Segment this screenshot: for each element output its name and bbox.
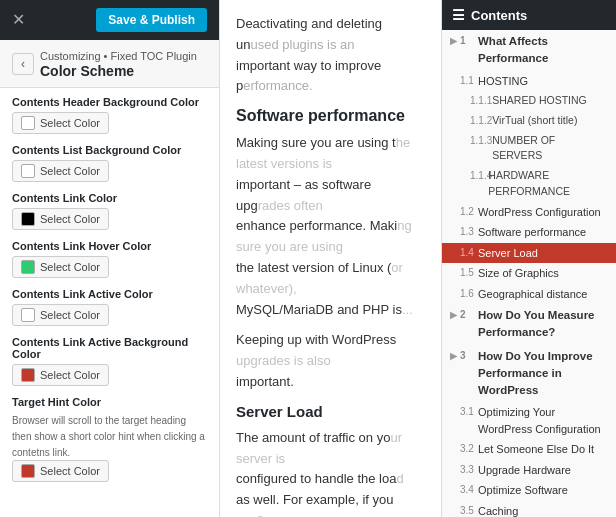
- toc-item-text: NUMBER OF SERVERS: [492, 133, 608, 165]
- color-swatch-hover: [21, 260, 35, 274]
- toc-item-text: What Affects Performance: [478, 33, 608, 68]
- color-row-active-bg: Contents Link Active Background ColorSel…: [12, 336, 207, 386]
- toc-item-text: SHARED HOSTING: [492, 93, 587, 109]
- toc-item-4[interactable]: 1.1.3NUMBER OF SERVERS: [442, 131, 616, 167]
- toc-item-2[interactable]: 1.1.1SHARED HOSTING: [442, 91, 616, 111]
- toc-item-num: 3.5: [460, 503, 478, 517]
- toc-item-13[interactable]: 3.1Optimizing Your WordPress Configurati…: [442, 402, 616, 439]
- close-button[interactable]: ✕: [12, 12, 25, 28]
- toc-item-text: Size of Graphics: [478, 265, 559, 282]
- toc-item-17[interactable]: 3.5Caching: [442, 501, 616, 517]
- heading-server-load: Server Load: [236, 403, 425, 420]
- color-swatch-target-hint: [21, 464, 35, 478]
- toc-item-text: Geographical distance: [478, 286, 587, 303]
- color-row-header-bg: Contents Header Background ColorSelect C…: [12, 96, 207, 134]
- color-label-target-hint: Target Hint Color: [12, 396, 207, 408]
- toc-item-11[interactable]: ▶2How Do You Measure Performance?: [442, 304, 616, 345]
- toc-item-num: 3.1: [460, 404, 478, 419]
- para-4: The amount of traffic on your server isc…: [236, 428, 425, 517]
- toc-expand-icon: ▶: [450, 35, 457, 49]
- toc-item-14[interactable]: 3.2Let Someone Else Do It: [442, 439, 616, 460]
- save-publish-button[interactable]: Save & Publish: [96, 8, 207, 32]
- toc-item-12[interactable]: ▶3How Do You Improve Performance in Word…: [442, 345, 616, 403]
- toc-item-10[interactable]: 1.6Geographical distance: [442, 284, 616, 305]
- color-row-hover: Contents Link Hover ColorSelect Color: [12, 240, 207, 278]
- toc-item-num: 1.5: [460, 265, 478, 280]
- left-panel: ✕ Save & Publish ‹ Customizing • Fixed T…: [0, 0, 220, 517]
- back-button[interactable]: ‹: [12, 53, 34, 75]
- color-label-active: Contents Link Active Color: [12, 288, 207, 300]
- select-color-btn-header-bg[interactable]: Select Color: [12, 112, 109, 134]
- color-hint-target-hint: Browser will scroll to the target headin…: [12, 415, 205, 458]
- toc-item-num: 1.3: [460, 224, 478, 239]
- para-2: Making sure you are using the latest ver…: [236, 133, 425, 320]
- select-color-btn-link[interactable]: Select Color: [12, 208, 109, 230]
- breadcrumb-area: ‹ Customizing • Fixed TOC Plugin Color S…: [0, 40, 219, 88]
- color-row-active: Contents Link Active ColorSelect Color: [12, 288, 207, 326]
- heading-software: Software performance: [236, 107, 425, 125]
- toc-item-num: 1.1.1: [470, 93, 492, 108]
- toc-expand-icon: ▶: [450, 350, 457, 364]
- color-label-hover: Contents Link Hover Color: [12, 240, 207, 252]
- toc-item-5[interactable]: 1.1.4HARDWARE PERFORMANCE: [442, 166, 616, 202]
- toc-list: ▶1What Affects Performance1.1HOSTING1.1.…: [442, 30, 616, 517]
- toc-item-3[interactable]: 1.1.2VirTual (short title): [442, 111, 616, 131]
- toc-item-num: 2: [460, 307, 478, 322]
- color-row-link: Contents Link ColorSelect Color: [12, 192, 207, 230]
- breadcrumb: Customizing • Fixed TOC Plugin Color Sch…: [40, 48, 197, 79]
- color-label-list-bg: Contents List Background Color: [12, 144, 207, 156]
- select-color-btn-list-bg[interactable]: Select Color: [12, 160, 109, 182]
- toc-item-num: 3.4: [460, 482, 478, 497]
- color-label-active-bg: Contents Link Active Background Color: [12, 336, 207, 360]
- toc-item-num: 1: [460, 33, 478, 48]
- toc-item-1[interactable]: 1.1HOSTING: [442, 71, 616, 92]
- toc-header: ☰ Contents: [442, 0, 616, 30]
- toc-item-7[interactable]: 1.3Software performance: [442, 222, 616, 243]
- toc-item-text: Optimize Software: [478, 482, 568, 499]
- toc-item-16[interactable]: 3.4Optimize Software: [442, 480, 616, 501]
- color-swatch-active: [21, 308, 35, 322]
- color-swatch-link: [21, 212, 35, 226]
- toc-item-text: Software performance: [478, 224, 586, 241]
- toc-icon: ☰: [452, 7, 465, 23]
- color-row-target-hint: Target Hint ColorBrowser will scroll to …: [12, 396, 207, 482]
- select-color-btn-active[interactable]: Select Color: [12, 304, 109, 326]
- toc-item-text: How Do You Measure Performance?: [478, 307, 608, 342]
- toc-item-text: VirTual (short title): [492, 113, 577, 129]
- toc-panel: ☰ Contents ▶1What Affects Performance1.1…: [441, 0, 616, 517]
- toc-item-num: 3.2: [460, 441, 478, 456]
- toc-item-15[interactable]: 3.3Upgrade Hardware: [442, 460, 616, 481]
- main-content: Deactivating and deleting unused plugins…: [220, 0, 441, 517]
- toc-item-text: HOSTING: [478, 73, 528, 90]
- toc-item-text: Server Load: [478, 245, 538, 262]
- panel-content: Contents Header Background ColorSelect C…: [0, 88, 219, 517]
- toc-item-8[interactable]: 1.4Server Load: [442, 243, 616, 264]
- toc-item-text: HARDWARE PERFORMANCE: [488, 168, 608, 200]
- toc-expand-icon: ▶: [450, 309, 457, 323]
- select-color-btn-active-bg[interactable]: Select Color: [12, 364, 109, 386]
- toc-item-text: How Do You Improve Performance in WordPr…: [478, 348, 608, 400]
- para-3: Keeping up with WordPress upgrades is al…: [236, 330, 425, 392]
- toc-item-num: 1.1.2: [470, 113, 492, 128]
- color-swatch-header-bg: [21, 116, 35, 130]
- para-1: Deactivating and deleting unused plugins…: [236, 14, 425, 97]
- toc-item-0[interactable]: ▶1What Affects Performance: [442, 30, 616, 71]
- color-swatch-list-bg: [21, 164, 35, 178]
- toc-item-num: 1.4: [460, 245, 478, 260]
- color-label-link: Contents Link Color: [12, 192, 207, 204]
- toc-item-9[interactable]: 1.5Size of Graphics: [442, 263, 616, 284]
- toc-item-num: 3.3: [460, 462, 478, 477]
- color-label-header-bg: Contents Header Background Color: [12, 96, 207, 108]
- toc-item-text: Let Someone Else Do It: [478, 441, 594, 458]
- toc-item-num: 1.1.3: [470, 133, 492, 148]
- toc-item-6[interactable]: 1.2WordPress Configuration: [442, 202, 616, 223]
- select-color-btn-target-hint[interactable]: Select Color: [12, 460, 109, 482]
- toc-item-num: 1.1.4: [470, 168, 488, 183]
- select-color-btn-hover[interactable]: Select Color: [12, 256, 109, 278]
- toc-item-num: 1.6: [460, 286, 478, 301]
- toc-item-text: WordPress Configuration: [478, 204, 601, 221]
- breadcrumb-title: Color Scheme: [40, 63, 197, 79]
- color-row-list-bg: Contents List Background ColorSelect Col…: [12, 144, 207, 182]
- toc-item-num: 3: [460, 348, 478, 363]
- toc-item-num: 1.2: [460, 204, 478, 219]
